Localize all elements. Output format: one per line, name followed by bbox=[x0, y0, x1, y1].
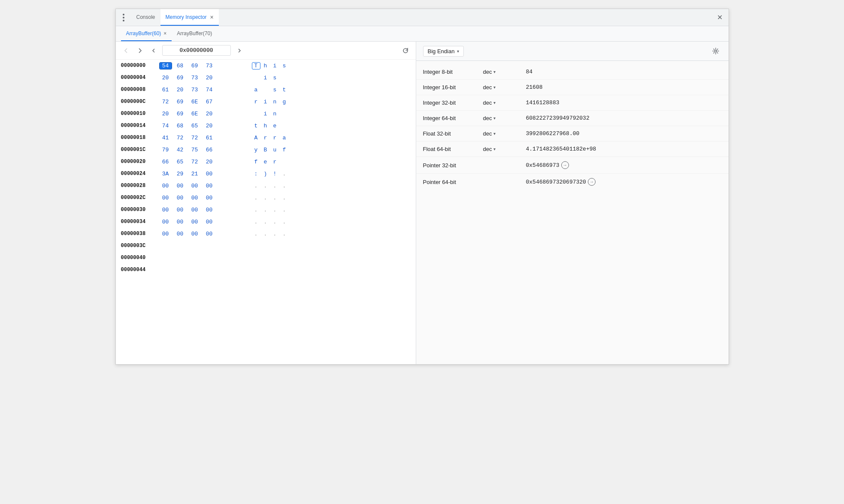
ascii-char[interactable] bbox=[252, 75, 260, 81]
refresh-button[interactable] bbox=[400, 45, 411, 56]
tab-arraybuffer60[interactable]: ArrayBuffer(60) × bbox=[121, 26, 172, 41]
hex-byte[interactable]: 00 bbox=[189, 231, 201, 237]
ascii-char[interactable]: . bbox=[281, 195, 288, 201]
hex-byte[interactable]: 42 bbox=[174, 147, 186, 153]
ascii-char[interactable]: f bbox=[252, 159, 260, 165]
ptr64-navigate-icon[interactable]: → bbox=[588, 178, 596, 186]
hex-byte[interactable]: 54 bbox=[160, 63, 172, 69]
hex-byte[interactable]: 41 bbox=[160, 135, 172, 141]
ptr32-link[interactable]: 0x54686973 → bbox=[526, 161, 569, 169]
hex-byte[interactable]: 72 bbox=[174, 135, 186, 141]
ascii-char[interactable]: . bbox=[252, 183, 260, 189]
ascii-char[interactable]: . bbox=[281, 219, 288, 225]
forward-button[interactable] bbox=[135, 45, 145, 56]
ascii-char[interactable]: s bbox=[271, 87, 279, 93]
hex-byte[interactable]: 20 bbox=[203, 123, 215, 129]
hex-byte[interactable]: 00 bbox=[160, 183, 172, 189]
hex-byte[interactable]: 00 bbox=[160, 195, 172, 201]
ascii-char[interactable]: h bbox=[262, 123, 269, 129]
back-button[interactable] bbox=[121, 45, 131, 56]
hex-byte[interactable]: 20 bbox=[203, 75, 215, 81]
ascii-char[interactable]: e bbox=[262, 159, 269, 165]
prev-page-button[interactable] bbox=[148, 45, 159, 56]
close-tab-memory-inspector[interactable]: × bbox=[210, 14, 214, 20]
ascii-char[interactable]: . bbox=[252, 219, 260, 225]
hex-byte[interactable]: 68 bbox=[174, 63, 186, 69]
hex-byte[interactable]: 00 bbox=[203, 183, 215, 189]
float32-format-selector[interactable]: dec ▾ bbox=[483, 130, 526, 137]
hex-byte[interactable]: 00 bbox=[160, 207, 172, 213]
hex-byte[interactable]: 00 bbox=[189, 207, 201, 213]
ascii-char[interactable]: a bbox=[252, 87, 260, 93]
hex-byte[interactable]: 74 bbox=[160, 123, 172, 129]
hex-byte[interactable]: 29 bbox=[174, 171, 186, 177]
hex-byte[interactable]: 68 bbox=[174, 123, 186, 129]
ascii-char[interactable]: . bbox=[281, 231, 288, 237]
close-window-button[interactable]: ✕ bbox=[715, 12, 725, 23]
ascii-char[interactable]: . bbox=[262, 207, 269, 213]
close-arraybuffer60[interactable]: × bbox=[163, 30, 166, 36]
ascii-char[interactable]: . bbox=[281, 171, 288, 177]
ascii-char[interactable]: r bbox=[271, 135, 279, 141]
ascii-char[interactable]: f bbox=[281, 147, 288, 153]
ascii-char[interactable]: g bbox=[281, 99, 288, 105]
tab-memory-inspector[interactable]: Memory Inspector × bbox=[160, 9, 219, 26]
int8-format-selector[interactable]: dec ▾ bbox=[483, 69, 526, 75]
ascii-char[interactable] bbox=[281, 123, 288, 129]
hex-byte[interactable]: 00 bbox=[160, 231, 172, 237]
ascii-char[interactable] bbox=[281, 111, 288, 117]
hex-byte[interactable]: 00 bbox=[174, 183, 186, 189]
settings-button[interactable] bbox=[710, 45, 722, 57]
hex-byte[interactable]: 72 bbox=[160, 99, 172, 105]
hex-byte[interactable]: 75 bbox=[189, 147, 201, 153]
hex-byte[interactable]: 66 bbox=[203, 147, 215, 153]
hex-byte[interactable]: 20 bbox=[160, 75, 172, 81]
ascii-char[interactable] bbox=[262, 87, 269, 93]
hex-byte[interactable]: 61 bbox=[160, 87, 172, 93]
ascii-char[interactable]: : bbox=[252, 171, 260, 177]
hex-byte[interactable]: 00 bbox=[203, 231, 215, 237]
hex-byte[interactable]: 20 bbox=[174, 87, 186, 93]
hex-byte[interactable]: 65 bbox=[174, 159, 186, 165]
hex-byte[interactable]: 00 bbox=[174, 231, 186, 237]
ascii-char[interactable]: . bbox=[262, 183, 269, 189]
ascii-char[interactable]: n bbox=[271, 111, 279, 117]
ascii-char[interactable]: h bbox=[262, 63, 269, 69]
ascii-char[interactable]: . bbox=[281, 183, 288, 189]
hex-byte[interactable]: 20 bbox=[203, 111, 215, 117]
hex-byte[interactable]: 72 bbox=[189, 135, 201, 141]
ascii-char[interactable]: . bbox=[271, 183, 279, 189]
ascii-char[interactable]: e bbox=[271, 123, 279, 129]
hex-byte[interactable]: 00 bbox=[203, 195, 215, 201]
hex-byte[interactable]: 00 bbox=[174, 207, 186, 213]
hex-byte[interactable]: 00 bbox=[203, 219, 215, 225]
hex-byte[interactable]: 61 bbox=[203, 135, 215, 141]
hex-byte[interactable]: 73 bbox=[203, 63, 215, 69]
hex-byte[interactable]: 6E bbox=[189, 99, 201, 105]
tab-arraybuffer70[interactable]: ArrayBuffer(70) bbox=[172, 26, 217, 41]
hex-byte[interactable]: 20 bbox=[203, 159, 215, 165]
hex-byte[interactable]: 3A bbox=[160, 171, 172, 177]
ascii-char[interactable]: r bbox=[252, 99, 260, 105]
ascii-char[interactable]: r bbox=[262, 135, 269, 141]
ascii-char[interactable]: i bbox=[262, 75, 269, 81]
ascii-char[interactable]: . bbox=[252, 195, 260, 201]
ascii-char[interactable] bbox=[281, 75, 288, 81]
ascii-char[interactable]: A bbox=[252, 135, 260, 141]
hex-byte[interactable]: 00 bbox=[189, 219, 201, 225]
ascii-char[interactable]: . bbox=[281, 207, 288, 213]
ascii-char[interactable]: u bbox=[271, 147, 279, 153]
address-input[interactable] bbox=[162, 45, 231, 56]
ascii-char[interactable]: . bbox=[271, 195, 279, 201]
hex-byte[interactable]: 00 bbox=[203, 207, 215, 213]
hex-byte[interactable]: 72 bbox=[189, 159, 201, 165]
hex-byte[interactable]: 00 bbox=[160, 219, 172, 225]
tab-console[interactable]: Console bbox=[131, 9, 160, 26]
ascii-char[interactable]: s bbox=[271, 75, 279, 81]
hex-byte[interactable]: 74 bbox=[203, 87, 215, 93]
ptr32-navigate-icon[interactable]: → bbox=[561, 161, 569, 169]
hex-byte[interactable]: 00 bbox=[174, 195, 186, 201]
hex-byte[interactable]: 00 bbox=[203, 171, 215, 177]
ascii-char[interactable]: . bbox=[271, 231, 279, 237]
hex-byte[interactable]: 73 bbox=[189, 87, 201, 93]
